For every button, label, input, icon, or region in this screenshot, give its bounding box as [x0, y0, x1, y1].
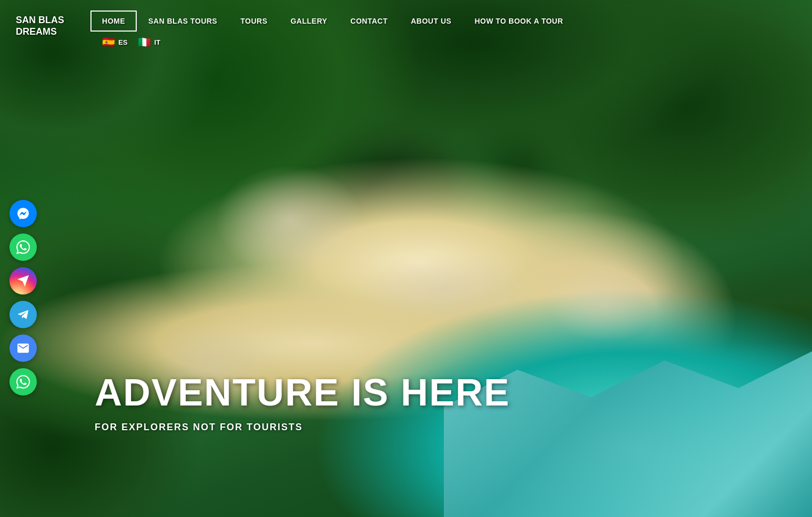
- hero-section: SAN BLAS DREAMS HOME SAN BLAS TOURS TOUR…: [0, 0, 812, 517]
- social-bar: [9, 200, 37, 396]
- whatsapp-button[interactable]: [9, 234, 37, 261]
- nav-link-contact[interactable]: CONTACT: [339, 11, 399, 32]
- nav-item-tours[interactable]: TOURS: [229, 11, 279, 32]
- flag-es-icon: 🇪🇸: [102, 36, 115, 48]
- nav-language: 🇪🇸 ES 🇮🇹 IT: [90, 32, 575, 53]
- whatsapp-icon: [16, 240, 30, 254]
- hero-text: ADVENTURE IS HERE FOR EXPLORERS NOT FOR …: [95, 372, 510, 433]
- email-button[interactable]: [9, 334, 37, 362]
- nav-link-tours[interactable]: TOURS: [229, 11, 279, 32]
- nav-item-how-to-book[interactable]: HOW TO BOOK A TOUR: [463, 11, 574, 32]
- whatsapp2-icon: [16, 375, 30, 389]
- messenger-button[interactable]: [9, 200, 37, 227]
- telegram-button[interactable]: [9, 301, 37, 328]
- messenger-icon: [16, 207, 30, 220]
- brand-logo[interactable]: SAN BLAS DREAMS: [16, 15, 64, 37]
- brand-line2: DREAMS: [16, 26, 57, 37]
- nav-item-gallery[interactable]: GALLERY: [279, 11, 339, 32]
- nav-link-san-blas-tours[interactable]: SAN BLAS TOURS: [137, 11, 229, 32]
- lang-it-label: IT: [154, 38, 160, 46]
- telegram-icon: [16, 308, 30, 321]
- whatsapp2-button[interactable]: [9, 368, 37, 396]
- nav-item-san-blas-tours[interactable]: SAN BLAS TOURS: [137, 11, 229, 32]
- instagram-icon: [16, 274, 30, 288]
- navigation: SAN BLAS DREAMS HOME SAN BLAS TOURS TOUR…: [0, 0, 812, 63]
- nav-link-about[interactable]: ABOUT US: [399, 11, 463, 32]
- hero-title: ADVENTURE IS HERE: [95, 372, 510, 413]
- lang-es[interactable]: 🇪🇸 ES: [102, 36, 127, 48]
- hero-subtitle: FOR EXPLORERS NOT FOR TOURISTS: [95, 422, 510, 433]
- nav-links: HOME SAN BLAS TOURS TOURS GALLERY CONTAC…: [90, 11, 575, 32]
- lang-es-label: ES: [118, 38, 127, 46]
- flag-it-icon: 🇮🇹: [138, 36, 151, 48]
- instagram-button[interactable]: [9, 267, 37, 295]
- lang-it[interactable]: 🇮🇹 IT: [138, 36, 160, 48]
- nav-item-contact[interactable]: CONTACT: [339, 11, 399, 32]
- nav-main: HOME SAN BLAS TOURS TOURS GALLERY CONTAC…: [90, 11, 575, 53]
- nav-link-home[interactable]: HOME: [90, 11, 137, 32]
- nav-item-about[interactable]: ABOUT US: [399, 11, 463, 32]
- nav-link-gallery[interactable]: GALLERY: [279, 11, 339, 32]
- nav-item-home[interactable]: HOME: [90, 11, 137, 32]
- email-icon: [16, 341, 30, 355]
- nav-link-how-to-book[interactable]: HOW TO BOOK A TOUR: [463, 11, 574, 32]
- brand-line1: SAN BLAS: [16, 15, 64, 25]
